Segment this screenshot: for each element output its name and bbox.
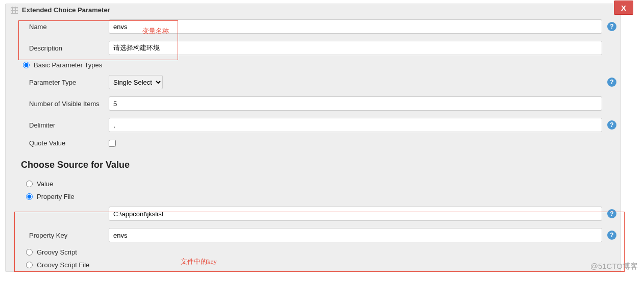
extended-choice-panel: Extended Choice Parameter X Name ? Descr… [5, 4, 621, 272]
delimiter-label: Delimiter [29, 121, 109, 129]
basic-types-label: Basic Parameter Types [34, 61, 102, 69]
visible-items-row: Number of Visible Items [6, 93, 621, 114]
source-groovy-radio[interactable] [26, 249, 33, 256]
delimiter-input[interactable] [109, 118, 602, 132]
help-icon[interactable]: ? [607, 78, 616, 87]
propfile-path-input[interactable] [109, 207, 602, 221]
description-label: Description [29, 44, 109, 52]
name-row: Name ? [6, 16, 621, 37]
choose-source-heading: Choose Source for Value [6, 150, 621, 177]
name-label: Name [29, 23, 109, 31]
quote-value-label: Quote Value [29, 139, 109, 147]
help-icon[interactable]: ? [607, 209, 616, 218]
source-groovyfile-label: Groovy Script File [37, 261, 89, 269]
parameter-type-select[interactable]: Single Select [109, 75, 163, 89]
grip-icon[interactable] [11, 7, 18, 14]
parameter-type-row: Parameter Type Single Select ? [6, 71, 621, 93]
watermark: @51CTO博客 [590, 262, 638, 271]
basic-types-row: Basic Parameter Types [6, 59, 621, 71]
source-propfile-radio[interactable] [26, 193, 33, 200]
help-icon[interactable]: ? [607, 22, 616, 31]
panel-header: Extended Choice Parameter X [6, 4, 621, 16]
source-value-radio[interactable] [26, 181, 33, 187]
visible-items-input[interactable] [109, 96, 602, 111]
source-value-label: Value [37, 180, 53, 188]
source-value-row: Value [6, 177, 621, 190]
help-icon[interactable]: ? [607, 231, 616, 240]
panel-title: Extended Choice Parameter [22, 6, 110, 14]
propfile-path-row: ? [6, 203, 621, 224]
close-button[interactable]: X [614, 1, 633, 15]
source-propfile-row: Property File [6, 190, 621, 203]
source-groovy-row: Groovy Script [6, 246, 621, 259]
description-input[interactable] [109, 41, 602, 55]
quote-value-row: Quote Value [6, 136, 621, 150]
parameter-type-label: Parameter Type [29, 79, 109, 86]
help-icon[interactable]: ? [607, 120, 616, 130]
source-groovyfile-row: Groovy Script File [6, 259, 621, 271]
quote-value-checkbox[interactable] [109, 140, 116, 147]
name-input[interactable] [109, 19, 602, 34]
source-propfile-label: Property File [37, 193, 75, 200]
property-key-input[interactable] [109, 228, 602, 242]
visible-items-label: Number of Visible Items [29, 100, 109, 108]
source-groovy-label: Groovy Script [37, 248, 77, 256]
property-key-label: Property Key [29, 232, 109, 239]
basic-types-radio[interactable] [23, 62, 30, 68]
delimiter-row: Delimiter ? [6, 114, 621, 136]
description-row: Description [6, 37, 621, 59]
property-key-row: Property Key ? [6, 224, 621, 246]
source-groovyfile-radio[interactable] [26, 262, 33, 268]
